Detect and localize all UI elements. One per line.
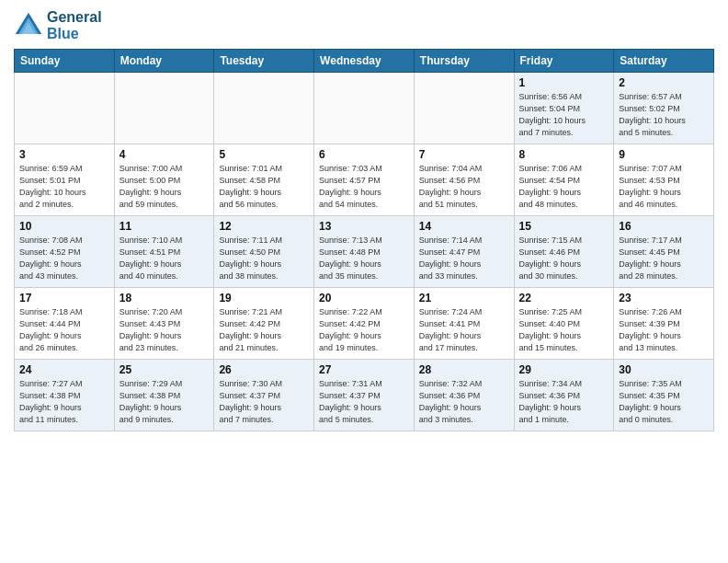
- day-info: Sunrise: 6:56 AM Sunset: 5:04 PM Dayligh…: [519, 91, 609, 139]
- calendar-cell: 30Sunrise: 7:35 AM Sunset: 4:35 PM Dayli…: [614, 360, 714, 431]
- calendar-cell: [15, 73, 115, 144]
- calendar-cell: 27Sunrise: 7:31 AM Sunset: 4:37 PM Dayli…: [314, 360, 415, 431]
- calendar-cell: 8Sunrise: 7:06 AM Sunset: 4:54 PM Daylig…: [514, 144, 614, 216]
- day-number: 2: [619, 76, 709, 89]
- calendar-cell: 19Sunrise: 7:21 AM Sunset: 4:42 PM Dayli…: [214, 288, 314, 360]
- day-info: Sunrise: 7:21 AM Sunset: 4:42 PM Dayligh…: [219, 306, 309, 354]
- calendar-cell: 9Sunrise: 7:07 AM Sunset: 4:53 PM Daylig…: [614, 144, 714, 216]
- day-info: Sunrise: 7:01 AM Sunset: 4:58 PM Dayligh…: [219, 163, 309, 211]
- day-number: 26: [219, 363, 309, 376]
- day-info: Sunrise: 7:07 AM Sunset: 4:53 PM Dayligh…: [619, 163, 709, 211]
- calendar-table: SundayMondayTuesdayWednesdayThursdayFrid…: [14, 49, 714, 431]
- day-number: 30: [619, 363, 709, 376]
- day-info: Sunrise: 7:34 AM Sunset: 4:36 PM Dayligh…: [519, 378, 609, 426]
- calendar-cell: 14Sunrise: 7:14 AM Sunset: 4:47 PM Dayli…: [414, 216, 514, 288]
- calendar-cell: 26Sunrise: 7:30 AM Sunset: 4:37 PM Dayli…: [214, 360, 314, 431]
- day-number: 28: [419, 363, 509, 376]
- day-number: 15: [519, 220, 609, 233]
- calendar-cell: [314, 73, 415, 144]
- day-number: 14: [419, 220, 509, 233]
- day-info: Sunrise: 7:11 AM Sunset: 4:50 PM Dayligh…: [219, 235, 309, 282]
- day-number: 4: [119, 148, 210, 161]
- calendar-cell: 15Sunrise: 7:15 AM Sunset: 4:46 PM Dayli…: [514, 216, 614, 288]
- day-number: 3: [19, 148, 109, 161]
- day-number: 22: [519, 292, 609, 304]
- day-info: Sunrise: 7:31 AM Sunset: 4:37 PM Dayligh…: [319, 378, 409, 426]
- calendar-cell: 16Sunrise: 7:17 AM Sunset: 4:45 PM Dayli…: [614, 216, 714, 288]
- logo-text-line1: General: [47, 9, 102, 26]
- calendar-cell: 20Sunrise: 7:22 AM Sunset: 4:42 PM Dayli…: [314, 288, 415, 360]
- day-info: Sunrise: 7:06 AM Sunset: 4:54 PM Dayligh…: [519, 163, 609, 211]
- weekday-header-saturday: Saturday: [614, 50, 714, 73]
- day-info: Sunrise: 7:08 AM Sunset: 4:52 PM Dayligh…: [19, 235, 109, 282]
- day-number: 5: [219, 148, 309, 161]
- calendar-cell: [114, 73, 214, 144]
- weekday-header-tuesday: Tuesday: [214, 50, 314, 73]
- day-info: Sunrise: 7:25 AM Sunset: 4:40 PM Dayligh…: [519, 306, 609, 354]
- calendar-cell: 6Sunrise: 7:03 AM Sunset: 4:57 PM Daylig…: [314, 144, 415, 216]
- logo-icon: [14, 11, 43, 40]
- day-number: 25: [119, 363, 210, 376]
- calendar-cell: 28Sunrise: 7:32 AM Sunset: 4:36 PM Dayli…: [414, 360, 514, 431]
- day-number: 8: [519, 148, 609, 161]
- day-info: Sunrise: 6:57 AM Sunset: 5:02 PM Dayligh…: [619, 91, 709, 139]
- day-number: 18: [119, 292, 210, 304]
- day-info: Sunrise: 7:32 AM Sunset: 4:36 PM Dayligh…: [419, 378, 509, 426]
- calendar-cell: 13Sunrise: 7:13 AM Sunset: 4:48 PM Dayli…: [314, 216, 415, 288]
- day-info: Sunrise: 7:35 AM Sunset: 4:35 PM Dayligh…: [619, 378, 709, 426]
- logo: General Blue: [14, 9, 102, 41]
- logo-text-line2: Blue: [47, 26, 102, 42]
- weekday-header-thursday: Thursday: [414, 50, 514, 73]
- day-info: Sunrise: 7:20 AM Sunset: 4:43 PM Dayligh…: [119, 306, 210, 354]
- calendar-cell: 22Sunrise: 7:25 AM Sunset: 4:40 PM Dayli…: [514, 288, 614, 360]
- weekday-header-sunday: Sunday: [15, 50, 115, 73]
- calendar-cell: 5Sunrise: 7:01 AM Sunset: 4:58 PM Daylig…: [214, 144, 314, 216]
- day-number: 17: [19, 292, 109, 304]
- day-info: Sunrise: 7:29 AM Sunset: 4:38 PM Dayligh…: [119, 378, 210, 426]
- calendar-cell: 29Sunrise: 7:34 AM Sunset: 4:36 PM Dayli…: [514, 360, 614, 431]
- day-number: 13: [319, 220, 409, 233]
- day-number: 20: [319, 292, 409, 304]
- day-info: Sunrise: 6:59 AM Sunset: 5:01 PM Dayligh…: [19, 163, 109, 211]
- day-info: Sunrise: 7:03 AM Sunset: 4:57 PM Dayligh…: [319, 163, 409, 211]
- day-number: 7: [419, 148, 509, 161]
- calendar-cell: 4Sunrise: 7:00 AM Sunset: 5:00 PM Daylig…: [114, 144, 214, 216]
- day-info: Sunrise: 7:00 AM Sunset: 5:00 PM Dayligh…: [119, 163, 210, 211]
- day-info: Sunrise: 7:27 AM Sunset: 4:38 PM Dayligh…: [19, 378, 109, 426]
- calendar-cell: 1Sunrise: 6:56 AM Sunset: 5:04 PM Daylig…: [514, 73, 614, 144]
- day-number: 19: [219, 292, 309, 304]
- day-info: Sunrise: 7:17 AM Sunset: 4:45 PM Dayligh…: [619, 235, 709, 282]
- day-number: 21: [419, 292, 509, 304]
- day-number: 29: [519, 363, 609, 376]
- calendar-cell: 17Sunrise: 7:18 AM Sunset: 4:44 PM Dayli…: [15, 288, 115, 360]
- page-header: General Blue: [14, 9, 714, 41]
- day-info: Sunrise: 7:18 AM Sunset: 4:44 PM Dayligh…: [19, 306, 109, 354]
- calendar-cell: 25Sunrise: 7:29 AM Sunset: 4:38 PM Dayli…: [114, 360, 214, 431]
- day-number: 10: [19, 220, 109, 233]
- day-info: Sunrise: 7:13 AM Sunset: 4:48 PM Dayligh…: [319, 235, 409, 282]
- weekday-header-monday: Monday: [114, 50, 214, 73]
- day-number: 23: [619, 292, 709, 304]
- day-number: 6: [319, 148, 409, 161]
- calendar-cell: 3Sunrise: 6:59 AM Sunset: 5:01 PM Daylig…: [15, 144, 115, 216]
- day-number: 9: [619, 148, 709, 161]
- calendar-cell: 18Sunrise: 7:20 AM Sunset: 4:43 PM Dayli…: [114, 288, 214, 360]
- weekday-header-friday: Friday: [514, 50, 614, 73]
- calendar-cell: 23Sunrise: 7:26 AM Sunset: 4:39 PM Dayli…: [614, 288, 714, 360]
- calendar-cell: 12Sunrise: 7:11 AM Sunset: 4:50 PM Dayli…: [214, 216, 314, 288]
- day-info: Sunrise: 7:24 AM Sunset: 4:41 PM Dayligh…: [419, 306, 509, 354]
- calendar-cell: 10Sunrise: 7:08 AM Sunset: 4:52 PM Dayli…: [15, 216, 115, 288]
- calendar-cell: [414, 73, 514, 144]
- weekday-header-wednesday: Wednesday: [314, 50, 415, 73]
- calendar-cell: 21Sunrise: 7:24 AM Sunset: 4:41 PM Dayli…: [414, 288, 514, 360]
- day-info: Sunrise: 7:10 AM Sunset: 4:51 PM Dayligh…: [119, 235, 210, 282]
- day-info: Sunrise: 7:26 AM Sunset: 4:39 PM Dayligh…: [619, 306, 709, 354]
- calendar-cell: 2Sunrise: 6:57 AM Sunset: 5:02 PM Daylig…: [614, 73, 714, 144]
- day-number: 16: [619, 220, 709, 233]
- calendar-cell: 7Sunrise: 7:04 AM Sunset: 4:56 PM Daylig…: [414, 144, 514, 216]
- day-info: Sunrise: 7:15 AM Sunset: 4:46 PM Dayligh…: [519, 235, 609, 282]
- day-info: Sunrise: 7:14 AM Sunset: 4:47 PM Dayligh…: [419, 235, 509, 282]
- calendar-cell: [214, 73, 314, 144]
- day-number: 12: [219, 220, 309, 233]
- day-info: Sunrise: 7:30 AM Sunset: 4:37 PM Dayligh…: [219, 378, 309, 426]
